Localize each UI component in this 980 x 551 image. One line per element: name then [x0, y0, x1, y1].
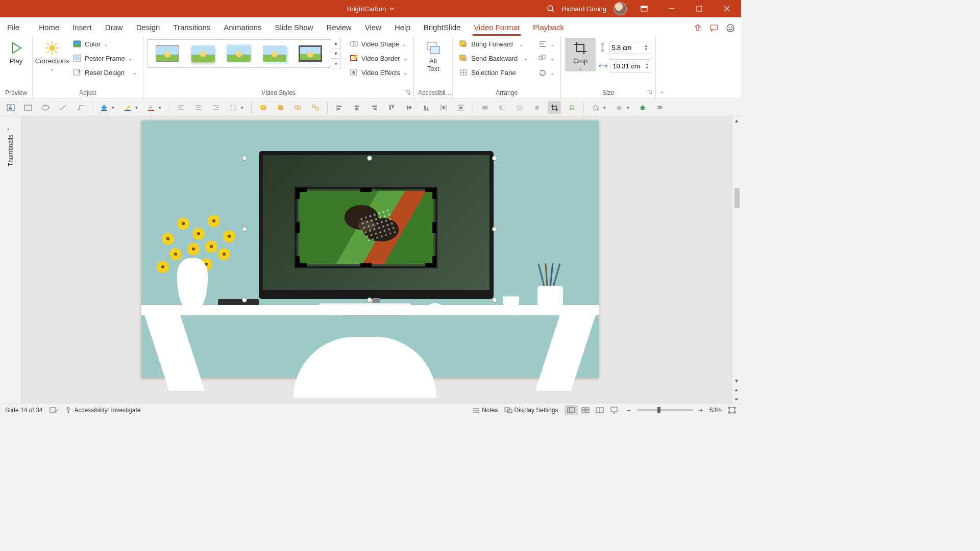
align-right-icon[interactable] — [209, 101, 223, 114]
crop-handle[interactable] — [360, 188, 372, 192]
tab-file[interactable]: File — [6, 20, 20, 36]
emoji-icon[interactable] — [726, 23, 735, 33]
distribute-h-icon[interactable] — [437, 101, 450, 114]
search-icon[interactable] — [547, 5, 555, 13]
rotate-button[interactable]: ⌄ — [536, 66, 556, 79]
slide-canvas[interactable]: ▲ ▼ ⏶ ⏷ — [21, 116, 741, 403]
outline-icon[interactable] — [121, 101, 134, 114]
crop-region[interactable] — [295, 187, 437, 268]
align-left-icon[interactable] — [175, 101, 188, 114]
snap-icon[interactable] — [565, 101, 578, 114]
tab-draw[interactable]: Draw — [104, 20, 124, 36]
star-green-icon[interactable] — [636, 101, 649, 114]
style-thumb[interactable] — [296, 43, 325, 64]
avatar[interactable] — [614, 2, 627, 15]
align-objects-left-icon[interactable] — [333, 101, 346, 114]
more-icon[interactable]: ≫ — [653, 101, 667, 114]
resize-handle[interactable] — [367, 156, 372, 161]
ungroup-icon[interactable] — [309, 101, 322, 114]
tab-animations[interactable]: Animations — [223, 20, 262, 36]
resize-handle[interactable] — [492, 297, 497, 303]
scroll-down-icon[interactable]: ▼ — [732, 377, 741, 385]
group-button[interactable]: ⌄ — [536, 52, 556, 64]
crop-handle[interactable] — [296, 222, 300, 233]
height-input[interactable]: ▲▼ — [609, 41, 650, 54]
ribbon-display-icon[interactable] — [634, 0, 654, 17]
dialog-launcher-icon[interactable] — [404, 89, 410, 95]
align-button[interactable]: ⌄ — [536, 38, 556, 50]
style-thumb[interactable] — [153, 43, 182, 64]
font-color-icon[interactable]: A — [144, 101, 158, 114]
minimize-icon[interactable] — [662, 0, 682, 17]
resize-handle[interactable] — [492, 227, 497, 232]
bring-front-icon[interactable] — [257, 101, 270, 114]
align-objects-right-icon[interactable] — [368, 101, 381, 114]
next-slide-icon[interactable]: ⏷ — [732, 395, 741, 403]
merge-union-icon[interactable] — [478, 101, 492, 114]
line-icon[interactable] — [56, 101, 69, 114]
crop-handle[interactable] — [296, 256, 300, 267]
oval-icon[interactable] — [39, 101, 52, 114]
share-icon[interactable] — [693, 23, 702, 33]
align-center-icon[interactable] — [192, 101, 205, 114]
prev-slide-icon[interactable]: ⏶ — [732, 386, 741, 394]
resize-handle[interactable] — [242, 156, 247, 161]
reading-view-icon[interactable] — [593, 405, 606, 415]
display-settings-button[interactable]: Display Settings — [504, 407, 558, 414]
play-button[interactable]: Play — [4, 38, 28, 65]
style-thumb[interactable] — [260, 43, 289, 64]
user-name[interactable]: Richard Goring — [562, 5, 606, 13]
slide-counter[interactable]: Slide 14 of 34 — [5, 407, 42, 414]
align-objects-bottom-icon[interactable] — [420, 101, 433, 114]
align-menu-icon[interactable] — [227, 101, 240, 114]
video-effects-button[interactable]: Video Effects⌄ — [347, 66, 409, 79]
merge-combine-icon[interactable] — [496, 101, 509, 114]
star-icon[interactable] — [589, 101, 602, 114]
send-backward-button[interactable]: Send Backward — [457, 52, 520, 64]
selection-pane-button[interactable]: Selection Pane — [457, 66, 518, 79]
align-objects-center-icon[interactable] — [350, 101, 363, 114]
chevron-down-icon[interactable]: ⌄ — [517, 41, 525, 47]
zoom-out-icon[interactable]: − — [627, 406, 631, 414]
color-button[interactable]: Color⌄ — [70, 38, 139, 50]
tab-help[interactable]: Help — [394, 20, 411, 36]
maximize-icon[interactable] — [689, 0, 709, 17]
sorter-view-icon[interactable] — [579, 405, 592, 415]
distribute-v-icon[interactable] — [454, 101, 468, 114]
scroll-up-icon[interactable]: ▲ — [732, 116, 741, 124]
tab-playback[interactable]: Playback — [532, 20, 565, 36]
comments-icon[interactable] — [709, 23, 719, 33]
gallery-scroll[interactable]: ▲▼▾ — [331, 38, 341, 69]
thumbnail-pane[interactable]: › Thumbnails — [0, 116, 21, 403]
crop-handle[interactable] — [432, 188, 436, 199]
style-thumb[interactable] — [189, 43, 217, 64]
tab-video-format[interactable]: Video Format — [473, 20, 521, 36]
tab-insert[interactable]: Insert — [71, 20, 93, 36]
tab-brightslide[interactable]: BrightSlide — [423, 20, 462, 36]
width-input[interactable]: ▲▼ — [610, 59, 651, 72]
collapse-ribbon-icon[interactable]: ⌃ — [660, 91, 664, 96]
resize-handle[interactable] — [367, 297, 372, 303]
zoom-in-icon[interactable]: + — [699, 406, 703, 414]
align-objects-middle-icon[interactable] — [402, 101, 415, 114]
poster-frame-button[interactable]: Poster Frame⌄ — [70, 52, 139, 64]
dialog-launcher-icon[interactable] — [646, 89, 652, 95]
vertical-scrollbar[interactable]: ▲ ▼ ⏶ ⏷ — [732, 116, 741, 403]
group-icon[interactable] — [291, 101, 305, 114]
tab-review[interactable]: Review — [325, 20, 352, 36]
crop-handle[interactable] — [296, 188, 300, 199]
resize-handle[interactable] — [492, 156, 497, 161]
video-border-button[interactable]: Video Border⌄ — [347, 52, 409, 64]
zoom-thumb[interactable] — [657, 407, 660, 413]
tab-home[interactable]: Home — [38, 20, 60, 36]
crop-button[interactable]: Crop ⌄ — [565, 38, 596, 71]
connector-icon[interactable] — [74, 101, 87, 114]
accessibility-status[interactable]: Accessibility: Investigate — [65, 407, 140, 414]
textbox-icon[interactable]: A — [4, 101, 17, 114]
reset-design-button[interactable]: Reset Design⌄ — [70, 66, 139, 79]
tab-transitions[interactable]: Transitions — [172, 20, 211, 36]
send-back-icon[interactable] — [274, 101, 287, 114]
zoom-slider[interactable] — [637, 409, 693, 411]
fit-window-icon[interactable] — [728, 407, 736, 414]
merge-intersect-icon[interactable] — [530, 101, 544, 114]
